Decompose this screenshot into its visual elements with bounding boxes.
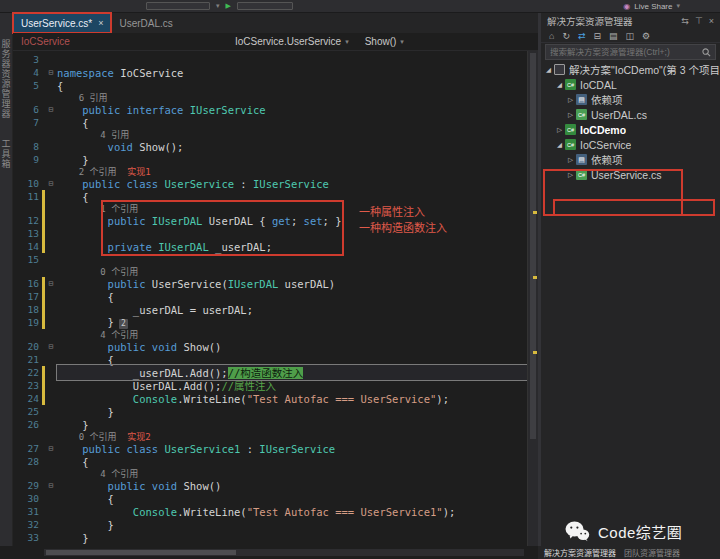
code-line[interactable]: 32 } bbox=[13, 518, 527, 531]
solution-search-input[interactable] bbox=[550, 47, 702, 57]
code-line[interactable]: 14 private IUserDAL _userDAL; bbox=[13, 240, 527, 253]
refresh-icon[interactable]: ↻ bbox=[562, 31, 570, 41]
editor-vertical-scrollbar[interactable] bbox=[527, 51, 538, 546]
rail-tab[interactable]: 工具箱 bbox=[0, 139, 13, 169]
expanded-arrow-icon[interactable]: ◢ bbox=[554, 141, 565, 149]
code-line[interactable]: 13 bbox=[13, 227, 527, 240]
line-number: 30 bbox=[13, 493, 39, 504]
editor-horizontal-scrollbar[interactable] bbox=[0, 546, 538, 559]
tree-item[interactable]: ◢解决方案"IoCDemo"(第 3 个项目，共 3 个) bbox=[541, 62, 720, 77]
codelens-line[interactable]: 1 个引用 bbox=[13, 203, 527, 214]
navbar-member-dropdown[interactable]: Show() ▾ bbox=[357, 33, 412, 50]
codelens-line[interactable]: 6 引用 bbox=[13, 92, 527, 103]
sync-icon[interactable]: ⇆ bbox=[681, 16, 689, 26]
code-line[interactable]: 27⊟ public class UserService1 : IUserSer… bbox=[13, 442, 527, 455]
change-bar bbox=[42, 153, 45, 166]
codelens-line[interactable]: 4 个引用 bbox=[13, 329, 527, 340]
code-line[interactable]: 16⊟ public UserService(IUserDAL userDAL) bbox=[13, 277, 527, 290]
tree-item[interactable]: ◢C#IoCService bbox=[541, 137, 720, 152]
properties-icon[interactable]: ◫ bbox=[626, 31, 635, 41]
collapsed-arrow-icon[interactable]: ▷ bbox=[565, 156, 576, 164]
code-lines[interactable]: 一种属性注入 一种构造函数注入 34⊟namespace IoCService5… bbox=[13, 51, 527, 546]
watermark: Code综艺圈 bbox=[565, 521, 682, 542]
code-line[interactable]: 8 void Show(); bbox=[13, 140, 527, 153]
code-line[interactable]: 30 { bbox=[13, 492, 527, 505]
collapsed-arrow-icon[interactable]: ▷ bbox=[565, 96, 576, 104]
codelens-line[interactable]: 0 个引用 实现2 bbox=[13, 431, 527, 442]
code-line[interactable]: 23 UserDAL.Add();//属性注入 bbox=[13, 379, 527, 392]
scrollbar-track[interactable] bbox=[44, 549, 524, 556]
navbar-project-dropdown[interactable]: IoCService bbox=[13, 33, 227, 50]
codelens-line[interactable]: 0 个引用 bbox=[13, 266, 527, 277]
toolbar-dropdown[interactable] bbox=[237, 2, 293, 10]
tree-item-label: UserDAL.cs bbox=[591, 109, 647, 121]
solution-icon bbox=[554, 64, 565, 75]
collapsed-arrow-icon[interactable]: ▷ bbox=[565, 111, 576, 119]
code-line[interactable]: 6⊟ public interface IUserService bbox=[13, 103, 527, 116]
expanded-arrow-icon[interactable]: ◢ bbox=[543, 66, 554, 74]
panel-tab[interactable]: 解决方案资源管理器 bbox=[544, 547, 616, 558]
close-icon[interactable]: × bbox=[98, 18, 103, 28]
tree-item[interactable]: ▷C#UserService.cs bbox=[541, 167, 720, 182]
tree-item[interactable]: ▷C#UserDAL.cs bbox=[541, 107, 720, 122]
show-all-files-icon[interactable]: ▤ bbox=[609, 31, 618, 41]
panel-tab[interactable]: 团队资源管理器 bbox=[624, 547, 680, 558]
code-line[interactable]: 20⊟ public void Show() bbox=[13, 340, 527, 353]
tree-item[interactable]: ◢C#IoCDAL bbox=[541, 77, 720, 92]
settings-icon[interactable]: ⚙ bbox=[642, 31, 650, 41]
scrollbar-thumb[interactable] bbox=[46, 550, 236, 555]
close-icon[interactable]: × bbox=[709, 16, 714, 26]
change-bar bbox=[42, 505, 45, 518]
expanded-arrow-icon[interactable]: ◢ bbox=[554, 81, 565, 89]
code-line[interactable]: 10⊟ public class UserService : IUserServ… bbox=[13, 177, 527, 190]
code-line[interactable]: 3 bbox=[13, 53, 527, 66]
codelens-line[interactable]: 4 个引用 bbox=[13, 468, 527, 479]
solution-search-box[interactable] bbox=[545, 44, 716, 60]
change-bar bbox=[42, 379, 45, 392]
code-line[interactable]: 12 public IUserDAL UserDAL { get; set; } bbox=[13, 214, 527, 227]
code-line[interactable]: 4⊟namespace IoCService bbox=[13, 66, 527, 79]
live-share-button[interactable]: ◉ Live Share ▾ bbox=[623, 2, 680, 11]
line-text: } bbox=[57, 419, 527, 431]
navbar-type-dropdown[interactable]: IoCService.UserService ▾ bbox=[227, 33, 357, 50]
code-line[interactable]: 25 } bbox=[13, 405, 527, 418]
code-line[interactable]: 31 Console.WriteLine("Test Autofac === U… bbox=[13, 505, 527, 518]
home-icon[interactable]: ⌂ bbox=[549, 31, 554, 41]
line-text: public UserService(IUserDAL userDAL) bbox=[57, 278, 527, 290]
code-line[interactable]: 24 Console.WriteLine("Test Autofac === U… bbox=[13, 392, 527, 405]
editor-tab[interactable]: UserDAL.cs bbox=[111, 13, 180, 33]
annotation-box-userservice-file bbox=[553, 199, 715, 216]
solution-tree: ◢解决方案"IoCDemo"(第 3 个项目，共 3 个)◢C#IoCDAL▷▤… bbox=[541, 61, 720, 546]
live-share-icon: ◉ bbox=[623, 2, 630, 11]
code-line[interactable]: 18 _userDAL = userDAL; bbox=[13, 303, 527, 316]
codelens-line[interactable]: 2 个引用 实现1 bbox=[13, 166, 527, 177]
code-line[interactable]: 29⊟ public void Show() bbox=[13, 479, 527, 492]
collapse-all-icon[interactable]: ⊟ bbox=[594, 31, 602, 41]
change-bar bbox=[42, 240, 45, 253]
tree-item[interactable]: ▷▤依赖项 bbox=[541, 152, 720, 167]
editor-tab[interactable]: UserService.cs*× bbox=[13, 13, 111, 33]
toolbar-dropdown[interactable] bbox=[146, 2, 210, 10]
collapsed-arrow-icon[interactable]: ▷ bbox=[554, 126, 565, 134]
change-bar bbox=[42, 392, 45, 405]
code-line[interactable]: 17 { bbox=[13, 290, 527, 303]
code-line[interactable]: 33 } bbox=[13, 531, 527, 544]
rail-tab[interactable]: 服务器资源管理器 bbox=[0, 39, 13, 119]
pin-icon[interactable]: ⊤ bbox=[695, 16, 703, 26]
tree-item[interactable]: ▷C#IoCDemo bbox=[541, 122, 720, 137]
chevron-down-icon: ▾ bbox=[216, 2, 220, 10]
sync-active-document-icon[interactable]: ⇄ bbox=[578, 31, 586, 41]
line-number: 18 bbox=[13, 304, 39, 315]
editor-body: 一种属性注入 一种构造函数注入 34⊟namespace IoCService5… bbox=[13, 51, 538, 546]
line-text: public interface IUserService bbox=[57, 104, 527, 116]
start-debug-icon[interactable]: ▶ bbox=[226, 2, 231, 10]
tree-item[interactable]: ▷▤依赖项 bbox=[541, 92, 720, 107]
codelens-line[interactable]: 4 引用 bbox=[13, 129, 527, 140]
collapsed-arrow-icon[interactable]: ▷ bbox=[565, 171, 576, 179]
change-bar bbox=[42, 531, 45, 544]
line-text: namespace IoCService bbox=[57, 67, 527, 79]
line-number: 29 bbox=[13, 480, 39, 491]
scrollbar-thumb[interactable] bbox=[530, 53, 536, 439]
line-number: 17 bbox=[13, 291, 39, 302]
change-bar bbox=[42, 92, 45, 103]
